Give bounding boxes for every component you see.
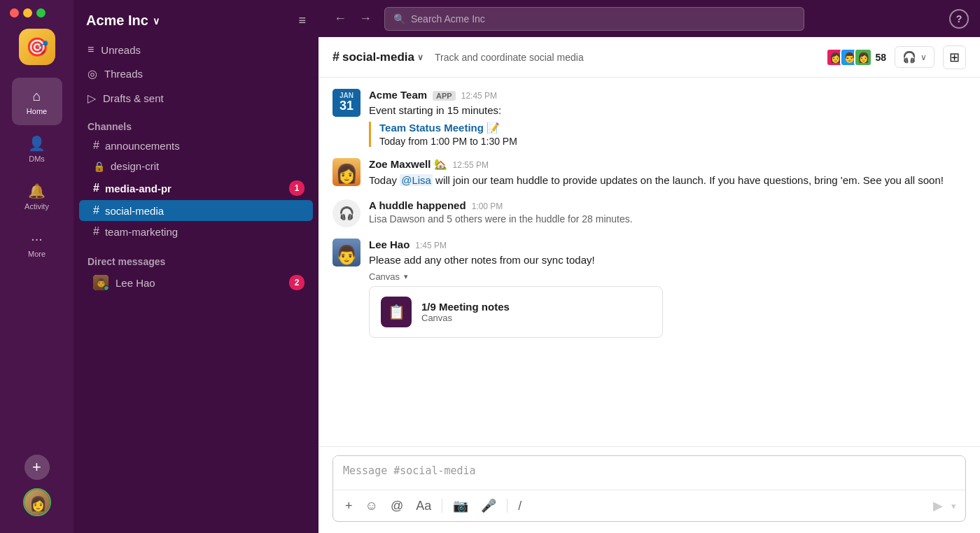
channel-name: social-media [105,205,164,217]
canvas-icon: 📋 [381,297,412,327]
channel-item-announcements[interactable]: # announcements [79,135,313,156]
nav-item-home[interactable]: ⌂ Home [12,78,62,125]
message-author[interactable]: Acme Team [369,89,427,101]
mention-lisa[interactable]: @Lisa [400,174,433,186]
help-button[interactable]: ? [949,9,969,29]
message-toolbar: + ☺ @ Aa 📷 🎤 / ▶ ▾ [333,490,965,521]
canvas-info: 1/9 Meeting notes Canvas [421,301,510,323]
emoji-button[interactable]: ☺ [360,495,383,517]
maximize-button[interactable] [36,8,46,17]
message-input-box: + ☺ @ Aa 📷 🎤 / ▶ ▾ [332,455,966,522]
lee-avatar: 👨 [332,239,360,266]
channel-chevron-icon: ∨ [417,52,424,62]
member-avatars[interactable]: 👩 👨 👩 58 [826,48,886,66]
channel-item-team-marketing[interactable]: # team-marketing [79,221,313,242]
message-text: Please add any other notes from our sync… [369,253,966,269]
hash-icon: # [93,225,99,238]
channels-section-label: Channels [74,113,318,135]
workspace-chevron-icon: ∨ [153,15,160,27]
back-button[interactable]: ← [330,8,351,29]
channel-item-design-crit[interactable]: 🔒 design-crit [79,156,313,176]
main-content: ← → 🔍 ? # social-media ∨ Track and coord… [318,0,980,533]
forward-button[interactable]: → [355,8,376,29]
nav-item-activity[interactable]: 🔔 Activity [12,173,62,220]
audio-button[interactable]: 🎤 [476,495,501,517]
video-button[interactable]: 📷 [448,495,473,517]
slash-command-button[interactable]: / [513,495,526,517]
search-input[interactable] [411,13,795,24]
canvas-card[interactable]: 📋 1/9 Meeting notes Canvas [369,286,663,338]
message-content: A huddle happened 1:00 PM Lisa Dawson an… [369,199,966,225]
dm-item-lee-hao[interactable]: 👨 Lee Hao 2 [79,270,313,295]
channel-item-social-media[interactable]: # social-media [79,200,313,221]
sidebar-item-drafts[interactable]: ▷ Drafts & sent [79,87,313,110]
channel-name: announcements [105,140,180,152]
message-header: A huddle happened 1:00 PM [369,199,966,211]
message-author[interactable]: Lee Hao [369,239,410,250]
headphones-icon: 🎧 [902,50,916,64]
unreads-icon: ≡ [88,43,94,56]
canvas-dropdown-icon: ▾ [404,272,408,281]
channel-title[interactable]: # social-media ∨ [332,50,424,64]
messages-area: JAN 31 Acme Team APP 12:45 PM Event star… [318,78,980,446]
text-format-button[interactable]: Aa [411,495,436,517]
huddle-detail: Lisa Dawson and 5 others were in the hud… [369,213,966,225]
message-time: 12:45 PM [461,91,497,101]
canvas-type: Canvas [421,313,510,323]
nav-item-dms[interactable]: 👤 DMs [12,125,62,173]
message-text: Today @Lisa will join our team huddle to… [369,173,966,189]
channel-name: media-and-pr [105,183,172,194]
dm-avatar: 👨 [93,275,108,290]
calendar-avatar: JAN 31 [332,89,360,117]
activity-icon: 🔔 [28,183,46,199]
close-button[interactable] [10,8,19,17]
nav-item-more[interactable]: ··· More [12,220,62,268]
nav-label-dms: DMs [29,155,45,163]
zoe-avatar: 👩 [332,158,360,186]
search-bar[interactable]: 🔍 [384,7,804,31]
canvas-logo-icon: 📋 [388,304,405,320]
workspace-name-label: Acme Inc [86,13,148,29]
message-header: Lee Hao 1:45 PM [369,239,966,250]
send-button[interactable]: ▶ [930,495,946,517]
headphones-icon: 🎧 [339,206,354,221]
lock-icon: 🔒 [93,161,105,172]
canvas-title: 1/9 Meeting notes [421,301,510,313]
sidebar-menu-icon[interactable]: ≡ [298,13,306,28]
icon-rail: 🎯 ⌂ Home 👤 DMs 🔔 Activity ··· More + 👩 [0,0,74,533]
traffic-lights [0,8,46,17]
message-input[interactable] [333,456,965,487]
message-time: 1:45 PM [415,241,447,250]
event-time: Today from 1:00 PM to 1:30 PM [379,136,966,147]
message-input-area: + ☺ @ Aa 📷 🎤 / ▶ ▾ [318,446,980,533]
drafts-label: Drafts & sent [103,92,164,104]
nav-arrows: ← → [330,8,376,29]
add-attachment-button[interactable]: + [340,495,358,517]
sidebar: Acme Inc ∨ ≡ ≡ Unreads ◎ Threads ▷ Draft… [74,0,318,533]
workspace-name[interactable]: Acme Inc ∨ [86,13,160,29]
message-zoe-maxwell: 👩 Zoe Maxwell 🏡 12:55 PM Today @Lisa wil… [332,158,966,189]
sidebar-item-threads[interactable]: ◎ Threads [79,62,313,85]
sidebar-item-unreads[interactable]: ≡ Unreads [79,38,313,61]
add-workspace-button[interactable]: + [24,455,50,480]
message-time: 1:00 PM [472,201,503,211]
send-options-button[interactable]: ▾ [949,497,958,515]
member-avatar-3: 👩 [854,48,872,66]
calendar-date: 31 [340,99,354,113]
minimize-button[interactable] [23,8,32,17]
add-to-channel-button[interactable]: ⊞ [943,45,966,69]
message-author[interactable]: Zoe Maxwell 🏡 [369,158,447,171]
huddle-button[interactable]: 🎧 ∨ [895,46,934,68]
channel-header-right: 👩 👨 👩 58 🎧 ∨ ⊞ [826,45,966,69]
hash-icon: # [93,139,99,152]
event-link[interactable]: Team Status Meeting 📝 [379,122,500,134]
topbar-right: ? [949,9,969,29]
canvas-label[interactable]: Canvas ▾ [369,271,966,282]
message-time: 12:55 PM [453,160,489,170]
online-indicator [104,285,108,290]
message-header: Zoe Maxwell 🏡 12:55 PM [369,158,966,171]
message-huddle: 🎧 A huddle happened 1:00 PM Lisa Dawson … [332,199,966,227]
mention-button[interactable]: @ [386,495,408,517]
channel-item-media-and-pr[interactable]: # media-and-pr 1 [79,176,313,200]
user-avatar[interactable]: 👩 [23,488,51,516]
